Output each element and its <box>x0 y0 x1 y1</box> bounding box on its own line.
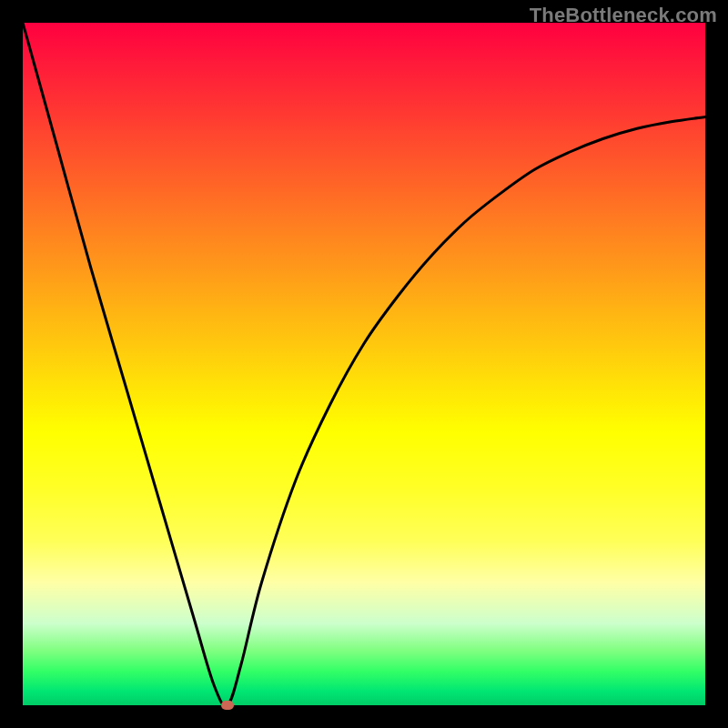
chart-frame: TheBottleneck.com <box>0 0 728 728</box>
plot-area <box>23 23 705 705</box>
curve-svg <box>23 23 705 705</box>
optimum-marker <box>221 701 234 710</box>
watermark-text: TheBottleneck.com <box>530 4 717 27</box>
bottleneck-curve-path <box>23 23 705 705</box>
